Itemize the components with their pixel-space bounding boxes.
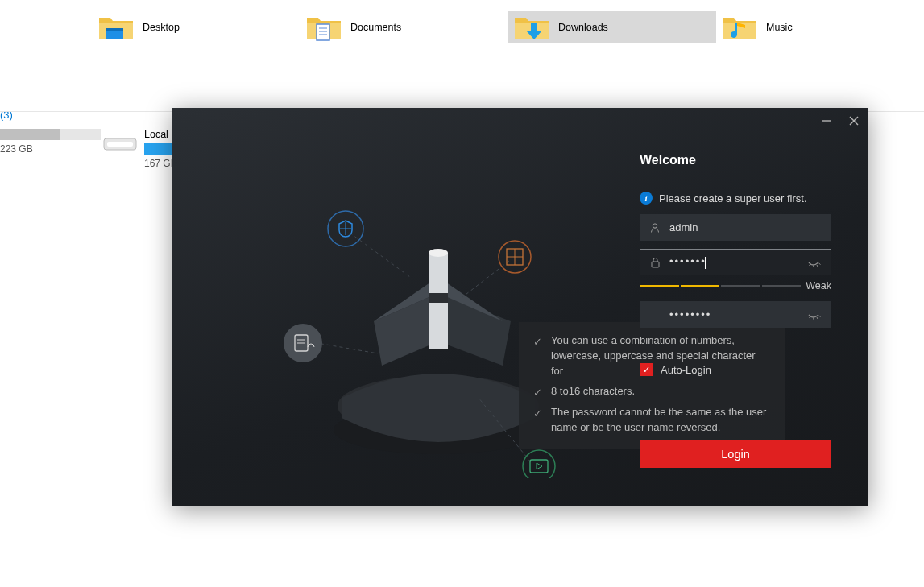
confirm-password-input[interactable]: [669, 308, 808, 320]
svg-rect-24: [295, 335, 308, 351]
auto-login-label: Auto-Login: [661, 364, 711, 376]
svg-line-16: [350, 233, 410, 277]
svg-rect-1: [106, 28, 123, 31]
folder-label: Desktop: [143, 22, 180, 33]
login-form: Welcome i Please create a super user fir…: [640, 153, 835, 468]
svg-rect-7: [107, 142, 133, 147]
svg-line-18: [462, 261, 509, 297]
svg-point-14: [429, 249, 448, 257]
svg-marker-33: [537, 463, 542, 469]
folder-icon: [721, 13, 758, 42]
auto-login-checkbox[interactable]: ✓ Auto-Login: [640, 363, 835, 376]
svg-point-23: [284, 324, 322, 362]
password-field[interactable]: •••••••: [640, 249, 831, 275]
svg-line-40: [810, 316, 811, 318]
minimize-button[interactable]: [818, 113, 835, 129]
svg-rect-15: [429, 293, 448, 303]
svg-rect-28: [507, 249, 523, 265]
strength-bar: [640, 285, 801, 287]
svg-line-39: [819, 263, 821, 265]
check-icon: ✓: [533, 333, 551, 379]
svg-point-34: [653, 223, 657, 227]
info-message: i Please create a super user first.: [640, 192, 835, 205]
folder-music[interactable]: Music: [716, 11, 924, 43]
svg-line-36: [810, 264, 811, 266]
hdd-icon: [101, 130, 139, 155]
svg-line-17: [308, 341, 378, 353]
folder-label: Documents: [350, 22, 401, 33]
show-password-icon[interactable]: [808, 258, 822, 267]
svg-line-42: [817, 317, 818, 319]
quick-access-folders: Desktop Documents Downloads Music: [0, 0, 924, 60]
svg-rect-13: [429, 253, 448, 349]
svg-point-11: [334, 406, 543, 454]
password-input[interactable]: •••••••: [669, 255, 808, 268]
user-icon: [648, 222, 661, 234]
svg-rect-2: [317, 24, 329, 40]
svg-rect-32: [530, 460, 548, 473]
svg-point-12: [338, 375, 539, 436]
svg-point-31: [523, 450, 555, 478]
folder-icon: [305, 13, 342, 42]
lock-icon: [648, 257, 661, 268]
close-button[interactable]: [846, 113, 862, 129]
svg-line-37: [814, 265, 814, 267]
drive-usage-bar: [0, 129, 101, 140]
folder-label: Music: [766, 22, 793, 33]
tip-text: 8 to16 characters.: [551, 384, 635, 401]
folder-documents[interactable]: Documents: [300, 11, 508, 43]
password-strength: Weak: [640, 280, 831, 291]
folder-desktop[interactable]: Desktop: [93, 11, 300, 43]
username-field[interactable]: [640, 214, 831, 241]
strength-label: Weak: [806, 280, 831, 291]
svg-point-27: [499, 241, 531, 273]
svg-line-38: [817, 265, 818, 267]
drive-a[interactable]: 223 GB: [0, 129, 101, 169]
svg-point-20: [328, 211, 363, 246]
dialog-title: Welcome: [640, 153, 835, 167]
svg-rect-35: [652, 262, 659, 267]
username-input[interactable]: [669, 221, 822, 234]
confirm-password-field[interactable]: [640, 301, 831, 328]
check-icon: ✓: [533, 405, 551, 436]
login-dialog: ✓You can use a combination of numbers, l…: [172, 108, 868, 506]
folder-label: Downloads: [558, 22, 608, 33]
checkbox-checked-icon: ✓: [640, 363, 653, 376]
svg-line-43: [819, 316, 821, 317]
login-button[interactable]: Login: [640, 440, 831, 468]
svg-line-41: [814, 317, 814, 319]
info-icon: i: [640, 192, 653, 205]
check-icon: ✓: [533, 384, 551, 401]
info-text: Please create a super user first.: [659, 192, 807, 205]
folder-downloads[interactable]: Downloads: [508, 11, 716, 43]
folder-icon: [513, 13, 550, 42]
drive-free-text: 223 GB: [0, 143, 101, 155]
drives-row: 223 GB Local D 167 GB: [0, 129, 184, 169]
show-password-icon[interactable]: [808, 310, 822, 320]
folder-icon: [97, 13, 135, 42]
